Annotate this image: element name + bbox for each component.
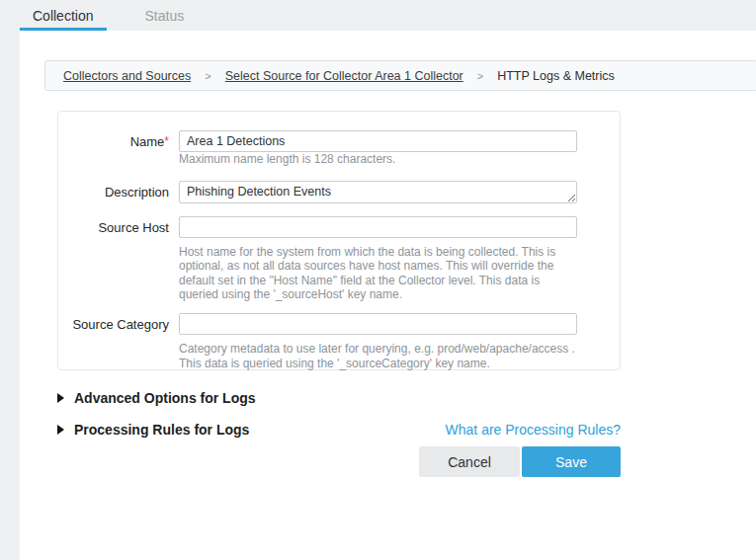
name-input[interactable] xyxy=(179,130,577,152)
name-label: Name* xyxy=(58,130,179,149)
advanced-options-section[interactable]: Advanced Options for Logs xyxy=(57,390,621,406)
description-field-row: Description Phishing Detection Events xyxy=(58,181,620,207)
chevron-right-icon xyxy=(57,425,64,435)
source-host-help-text: Host name for the system from which the … xyxy=(179,245,577,302)
tab-status[interactable]: Status xyxy=(132,8,196,24)
required-asterisk: * xyxy=(164,134,169,148)
tab-collection[interactable]: Collection xyxy=(21,8,105,24)
name-help-text: Maximum name length is 128 characters. xyxy=(179,152,577,167)
action-buttons-row: Cancel Save xyxy=(57,446,621,477)
source-config-panel: Name* Maximum name length is 128 charact… xyxy=(57,111,621,370)
breadcrumb-select-source[interactable]: Select Source for Collector Area 1 Colle… xyxy=(225,69,463,83)
save-button[interactable]: Save xyxy=(522,446,621,477)
source-category-input[interactable] xyxy=(179,313,577,335)
description-label: Description xyxy=(58,181,179,200)
source-host-field-row: Source Host xyxy=(58,216,620,238)
breadcrumb-separator: > xyxy=(205,70,210,82)
breadcrumb: Collectors and Sources > Select Source f… xyxy=(44,60,756,91)
processing-rules-section: Processing Rules for Logs What are Proce… xyxy=(57,422,621,438)
name-field-row: Name* xyxy=(58,130,620,152)
breadcrumb-separator: > xyxy=(477,70,483,82)
breadcrumb-current-page: HTTP Logs & Metrics xyxy=(497,69,615,83)
source-category-field-row: Source Category xyxy=(58,313,620,335)
what-are-processing-rules-link[interactable]: What are Processing Rules? xyxy=(446,422,621,438)
source-host-label: Source Host xyxy=(58,216,179,235)
chevron-right-icon xyxy=(57,393,64,403)
source-category-help-text: Category metadata to use later for query… xyxy=(179,342,577,370)
content-area: Collectors and Sources > Select Source f… xyxy=(20,31,756,560)
description-textarea[interactable]: Phishing Detection Events xyxy=(179,181,577,203)
source-category-label: Source Category xyxy=(58,313,179,332)
source-host-input[interactable] xyxy=(179,216,577,238)
tab-bar: Collection Status xyxy=(0,0,756,31)
processing-rules-title[interactable]: Processing Rules for Logs xyxy=(74,422,249,438)
cancel-button[interactable]: Cancel xyxy=(419,446,520,477)
left-gutter xyxy=(0,0,20,560)
breadcrumb-collectors-and-sources[interactable]: Collectors and Sources xyxy=(63,69,191,83)
advanced-options-title[interactable]: Advanced Options for Logs xyxy=(74,390,256,406)
